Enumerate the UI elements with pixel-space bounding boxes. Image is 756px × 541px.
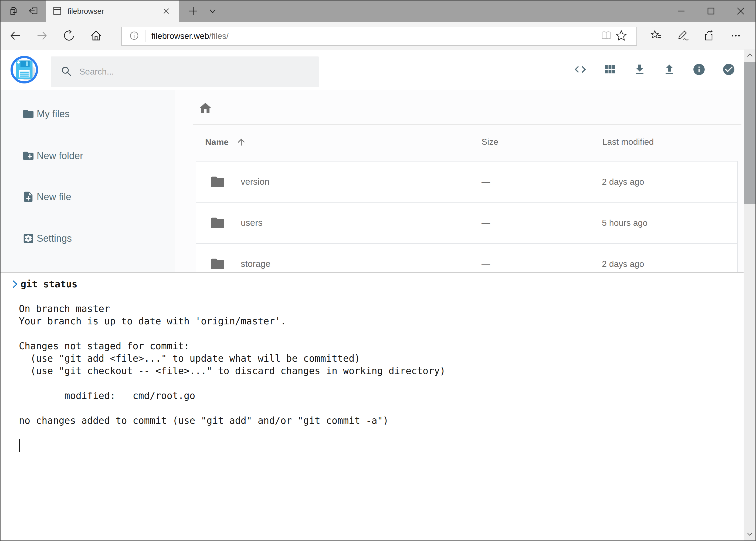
- minimize-icon: [677, 6, 686, 16]
- chevron-down-icon: [208, 6, 217, 17]
- terminal-output: On branch master Your branch is up to da…: [19, 290, 445, 427]
- column-label: Name: [205, 137, 229, 147]
- select-multiple-button[interactable]: [722, 64, 735, 76]
- browser-nav-bar: filebrowser.web/files/: [1, 22, 755, 50]
- close-icon: [736, 6, 745, 17]
- upload-icon: [663, 63, 676, 77]
- reading-view-button[interactable]: [599, 29, 614, 44]
- page-scrollbar[interactable]: [744, 49, 755, 540]
- settings-more-button[interactable]: [727, 28, 744, 45]
- forward-button[interactable]: [34, 28, 51, 45]
- tab-tools: [1, 1, 43, 22]
- terminal-cursor: [19, 439, 20, 452]
- column-header-name[interactable]: Name: [205, 137, 246, 147]
- file-name: storage: [241, 259, 270, 269]
- plus-icon: [188, 6, 198, 17]
- share-button[interactable]: [701, 28, 718, 45]
- scrollbar-thumb[interactable]: [744, 62, 755, 204]
- folder-icon: [210, 174, 225, 190]
- share-icon: [703, 29, 716, 43]
- info-button[interactable]: [693, 64, 705, 76]
- app-header: [1, 50, 755, 90]
- sidebar-item-label: My files: [37, 108, 70, 120]
- check-circle-icon: [722, 63, 735, 77]
- back-button[interactable]: [6, 28, 24, 45]
- close-window-button[interactable]: [726, 1, 755, 22]
- filebrowser-logo[interactable]: [11, 56, 38, 84]
- search-icon: [61, 65, 72, 78]
- sidebar-item-label: New folder: [37, 150, 83, 162]
- app-actions: [574, 50, 735, 90]
- file-modified: 2 days ago: [602, 259, 644, 269]
- close-icon: [162, 7, 170, 16]
- file-modified: 5 hours ago: [602, 218, 647, 228]
- home-filled-icon: [198, 112, 212, 116]
- pen-icon: [676, 29, 689, 43]
- code-icon: [574, 63, 587, 77]
- chevron-down-icon: [746, 530, 753, 538]
- column-header-modified[interactable]: Last modified: [603, 137, 654, 147]
- column-header-size[interactable]: Size: [481, 137, 498, 147]
- refresh-button[interactable]: [61, 28, 78, 45]
- tab-title: filebrowser: [68, 7, 155, 16]
- file-name: users: [241, 218, 263, 228]
- column-label: Size: [481, 137, 498, 147]
- prompt-chevron-icon: [10, 279, 21, 289]
- minimize-button[interactable]: [666, 1, 696, 22]
- file-row-users[interactable]: users — 5 hours ago: [196, 203, 737, 244]
- maximize-button[interactable]: [696, 1, 726, 22]
- url-text: filebrowser.web/files/: [151, 31, 599, 41]
- favorites-hub-button[interactable]: [648, 28, 665, 45]
- sidebar-item-new-file[interactable]: New file: [1, 184, 175, 211]
- new-file-icon: [22, 191, 35, 203]
- url-path: /files/: [209, 31, 229, 41]
- site-info-icon[interactable]: [129, 30, 139, 42]
- upload-button[interactable]: [663, 64, 675, 76]
- column-label: Last modified: [603, 137, 654, 147]
- scroll-up-button[interactable]: [744, 49, 755, 62]
- browser-tab[interactable]: filebrowser: [46, 1, 179, 22]
- file-size: —: [481, 177, 490, 187]
- listing-card: version — 2 days ago users — 5 hours ago: [196, 161, 738, 288]
- sidebar-item-settings[interactable]: Settings: [1, 225, 175, 252]
- tab-preview-button[interactable]: [4, 1, 24, 22]
- home-icon: [90, 29, 103, 43]
- folder-icon: [22, 108, 35, 120]
- address-bar[interactable]: filebrowser.web/files/: [121, 27, 637, 46]
- browser-tab-bar: filebrowser: [1, 1, 755, 22]
- new-tab-button[interactable]: [183, 1, 203, 22]
- info-icon: [692, 63, 706, 77]
- browser-window: filebrowser: [0, 0, 756, 541]
- listing-header-divider: [193, 124, 741, 125]
- scroll-down-button[interactable]: [744, 528, 755, 540]
- toolbar-actions: [648, 28, 744, 45]
- back-arrow-icon: [9, 29, 21, 43]
- sidebar-item-label: Settings: [37, 233, 72, 244]
- home-button[interactable]: [88, 28, 105, 45]
- set-tabs-aside-button[interactable]: [24, 1, 43, 22]
- file-size: —: [481, 259, 490, 269]
- chevron-up-icon: [746, 52, 753, 60]
- ellipsis-icon: [730, 30, 742, 42]
- tab-list-button[interactable]: [203, 1, 222, 22]
- search-input[interactable]: [79, 67, 295, 77]
- terminal-panel[interactable]: git status On branch master Your branch …: [1, 272, 744, 540]
- sidebar-item-my-files[interactable]: My files: [1, 101, 175, 128]
- download-button[interactable]: [633, 64, 646, 76]
- add-favorite-button[interactable]: [614, 29, 629, 44]
- forward-arrow-icon: [36, 29, 48, 43]
- tab-close-button[interactable]: [160, 5, 172, 17]
- search-box[interactable]: [51, 56, 319, 87]
- grid-icon: [604, 63, 617, 77]
- url-separator: [145, 30, 145, 42]
- grid-view-button[interactable]: [604, 64, 616, 76]
- folder-icon: [210, 215, 225, 231]
- breadcrumb-home-button[interactable]: [198, 101, 212, 115]
- window-controls: [666, 1, 755, 22]
- raw-code-button[interactable]: [574, 64, 587, 76]
- tab-page-icon: [52, 6, 62, 17]
- sidebar-item-new-folder[interactable]: New folder: [1, 142, 175, 169]
- star-icon: [615, 29, 628, 43]
- file-row-version[interactable]: version — 2 days ago: [196, 162, 737, 203]
- web-notes-button[interactable]: [674, 28, 691, 45]
